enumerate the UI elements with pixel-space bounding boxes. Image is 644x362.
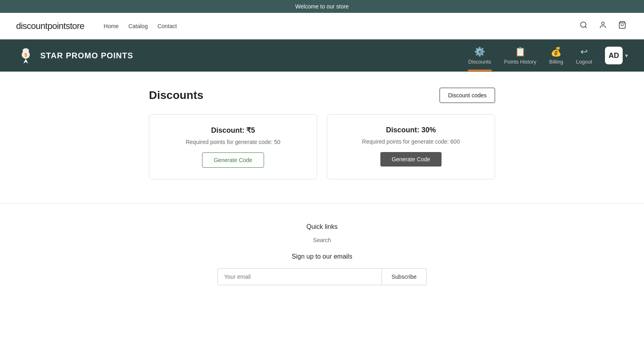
- nav-icons: [578, 19, 628, 33]
- svg-point-2: [602, 22, 605, 25]
- generate-code-button-1[interactable]: Generate Code: [202, 152, 264, 168]
- nav-link-catalog[interactable]: Catalog: [128, 23, 148, 29]
- nav-link-contact[interactable]: Contact: [157, 23, 177, 29]
- discount-card-1: Discount: ₹5 Required points for generat…: [149, 114, 317, 179]
- discount-card-2-desc: Required points for generate code: 600: [362, 138, 460, 145]
- discount-card-1-desc: Required points for generate code: 50: [186, 139, 280, 145]
- main-content: Discounts Discount codes Discount: ₹5 Re…: [141, 72, 503, 195]
- promo-nav-points-history[interactable]: 📋 Points History: [504, 47, 536, 65]
- discounts-label: Discounts: [468, 59, 491, 65]
- nav-links: Home Catalog Contact: [104, 23, 177, 30]
- discount-card-1-title: Discount: ₹5: [211, 126, 255, 135]
- promo-bar: $ STAR PROMO POINTS ⚙️ Discounts 📋 Point…: [0, 39, 644, 72]
- points-history-label: Points History: [504, 59, 536, 65]
- nav-link-home[interactable]: Home: [104, 23, 119, 29]
- page-title: Discounts: [149, 89, 203, 102]
- avatar-button[interactable]: AD: [605, 47, 623, 64]
- logout-icon: ↩: [580, 47, 588, 57]
- promo-title: STAR PROMO POINTS: [40, 51, 133, 60]
- search-icon[interactable]: [578, 19, 589, 33]
- subscribe-button[interactable]: Subscribe: [382, 268, 427, 285]
- account-icon[interactable]: [597, 19, 609, 33]
- generate-code-button-2[interactable]: Generate Code: [380, 152, 442, 167]
- billing-icon: 💰: [551, 47, 561, 57]
- svg-point-0: [581, 22, 586, 27]
- email-input[interactable]: [217, 268, 382, 285]
- logout-label: Logout: [576, 59, 592, 65]
- avatar-wrapper: AD ▾: [605, 47, 628, 64]
- promo-logo: $ STAR PROMO POINTS: [16, 46, 133, 65]
- discounts-icon: ⚙️: [474, 47, 485, 57]
- store-name: discountpointstore: [16, 21, 85, 31]
- footer: Quick links Search Sign up to our emails…: [0, 204, 644, 298]
- promo-logo-icon: $: [16, 46, 35, 65]
- announcement-bar: Welcome to our store: [0, 0, 644, 13]
- promo-nav-discounts[interactable]: ⚙️ Discounts: [468, 47, 491, 65]
- cart-icon[interactable]: [617, 19, 628, 33]
- promo-nav: ⚙️ Discounts 📋 Points History 💰 Billing …: [468, 47, 628, 65]
- email-signup-form: Subscribe: [217, 268, 427, 285]
- svg-line-1: [585, 27, 587, 28]
- discount-cards: Discount: ₹5 Required points for generat…: [149, 114, 495, 179]
- main-nav: discountpointstore Home Catalog Contact: [0, 13, 644, 39]
- footer-search-link[interactable]: Search: [8, 237, 636, 243]
- promo-nav-logout[interactable]: ↩ Logout: [576, 47, 592, 65]
- discount-card-2-title: Discount: 30%: [386, 126, 436, 134]
- promo-nav-billing[interactable]: 💰 Billing: [549, 47, 564, 65]
- discount-card-2: Discount: 30% Required points for genera…: [327, 114, 495, 179]
- billing-label: Billing: [549, 59, 564, 65]
- discount-codes-button[interactable]: Discount codes: [440, 88, 495, 103]
- quick-links-title: Quick links: [8, 223, 636, 230]
- chevron-down-icon: ▾: [625, 52, 628, 59]
- points-history-icon: 📋: [515, 47, 526, 57]
- announcement-text: Welcome to our store: [295, 3, 349, 10]
- discounts-header: Discounts Discount codes: [149, 88, 495, 103]
- svg-text:$: $: [25, 52, 27, 58]
- signup-title: Sign up to our emails: [8, 253, 636, 260]
